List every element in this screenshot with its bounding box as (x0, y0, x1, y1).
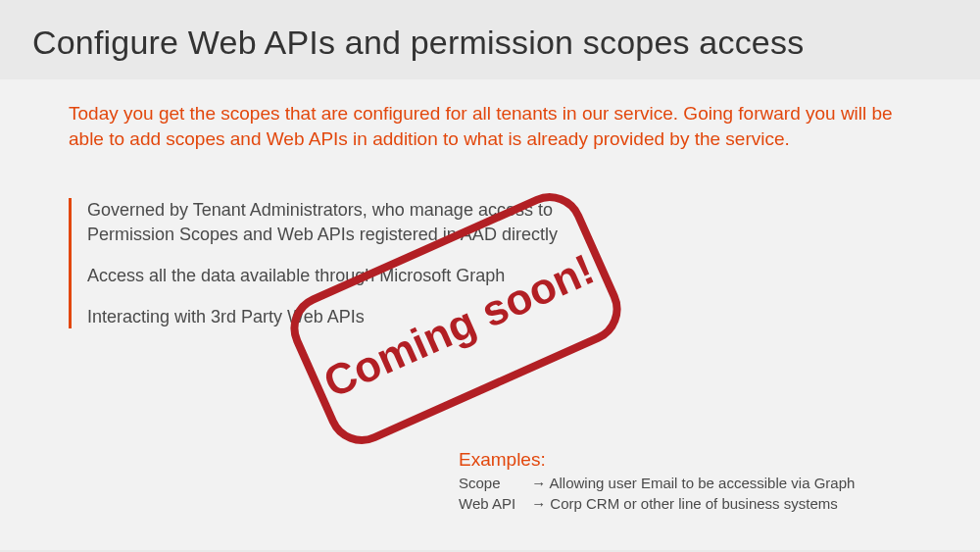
example-row: Web API → Corp CRM or other line of busi… (459, 493, 968, 514)
examples-heading: Examples: (459, 449, 968, 471)
bullet-item: Governed by Tenant Administrators, who m… (87, 198, 617, 246)
example-row: Scope → Allowing user Email to be access… (459, 473, 968, 493)
bullet-item: Access all the data available through Mi… (87, 264, 617, 287)
example-text: Allowing user Email to be accessible via… (550, 475, 856, 491)
bullet-item: Interacting with 3rd Party Web APIs (87, 305, 617, 328)
examples-block: Examples: Scope → Allowing user Email to… (459, 449, 968, 514)
page-title: Configure Web APIs and permission scopes… (0, 0, 980, 62)
example-key: Web API (459, 493, 527, 514)
arrow-icon: → (531, 495, 546, 512)
arrow-icon: → (531, 475, 546, 491)
example-key: Scope (459, 473, 527, 493)
example-text: Corp CRM or other line of business syste… (550, 495, 837, 512)
bullet-list: Governed by Tenant Administrators, who m… (69, 198, 617, 328)
intro-text: Today you get the scopes that are config… (69, 101, 911, 151)
